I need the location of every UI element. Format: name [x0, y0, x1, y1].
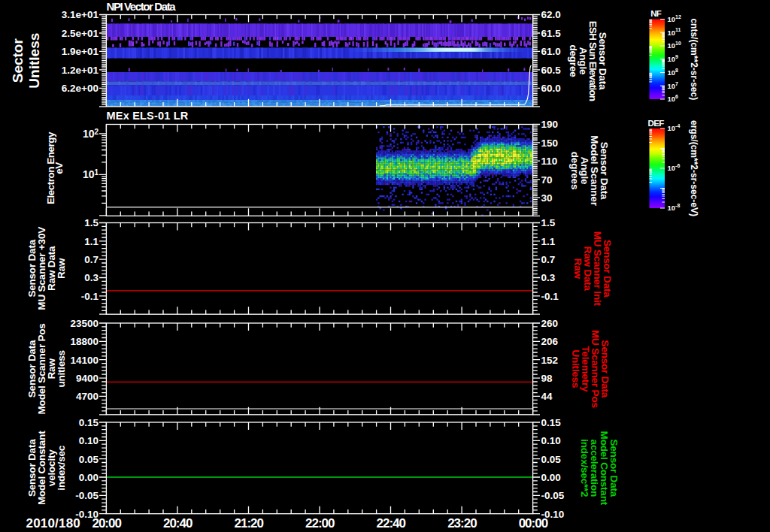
svg-text:22:40: 22:40 — [377, 516, 406, 530]
svg-text:index/sec**2: index/sec**2 — [579, 439, 590, 497]
svg-text:0.00: 0.00 — [541, 472, 561, 483]
svg-text:0.3: 0.3 — [84, 272, 99, 283]
svg-text:0.15: 0.15 — [79, 417, 99, 428]
svg-text:0.7: 0.7 — [84, 254, 99, 265]
svg-text:62.0: 62.0 — [541, 9, 561, 20]
svg-text:1.5: 1.5 — [541, 217, 556, 228]
svg-text:0.3: 0.3 — [541, 272, 556, 283]
svg-text:3.1e+01: 3.1e+01 — [62, 9, 99, 20]
svg-text:Unitless: Unitless — [26, 33, 42, 89]
svg-text:cnts/(cm**2-sr-sec): cnts/(cm**2-sr-sec) — [690, 18, 700, 100]
svg-text:70: 70 — [541, 174, 553, 186]
svg-text:152: 152 — [541, 355, 559, 366]
svg-text:14100: 14100 — [70, 355, 99, 366]
svg-text:110: 110 — [541, 156, 558, 167]
svg-text:18800: 18800 — [70, 336, 99, 347]
svg-text:1.1: 1.1 — [541, 236, 556, 247]
svg-text:0.10: 0.10 — [79, 435, 99, 446]
svg-text:NPI Vector Data: NPI Vector Data — [107, 0, 177, 13]
svg-text:Raw: Raw — [56, 258, 67, 279]
svg-text:190: 190 — [541, 119, 559, 130]
svg-text:MEx ELS-01 LR: MEx ELS-01 LR — [107, 110, 189, 122]
svg-text:DEF: DEF — [648, 119, 665, 128]
svg-text:22:00: 22:00 — [305, 516, 335, 530]
svg-text:206: 206 — [541, 336, 559, 347]
svg-text:21:20: 21:20 — [235, 516, 264, 530]
svg-text:degrees: degrees — [569, 152, 581, 189]
svg-text:-0.05: -0.05 — [75, 490, 99, 501]
svg-text:-0.1: -0.1 — [541, 291, 559, 302]
svg-text:Raw: Raw — [572, 258, 584, 280]
svg-text:1.9e+01: 1.9e+01 — [62, 46, 99, 57]
svg-text:-0.05: -0.05 — [541, 490, 565, 501]
svg-text:44: 44 — [541, 391, 553, 402]
svg-text:1.1: 1.1 — [84, 236, 99, 247]
svg-text:Sector: Sector — [10, 38, 26, 83]
svg-text:60.0: 60.0 — [541, 83, 561, 94]
svg-text:1.2e+01: 1.2e+01 — [62, 65, 99, 76]
svg-text:2010/180: 2010/180 — [26, 516, 81, 530]
svg-text:30: 30 — [541, 192, 553, 204]
svg-text:9400: 9400 — [76, 373, 99, 384]
svg-text:0.05: 0.05 — [541, 454, 562, 465]
svg-text:6.2e+00: 6.2e+00 — [62, 83, 99, 94]
svg-text:20:40: 20:40 — [163, 516, 192, 530]
svg-text:-0.1: -0.1 — [81, 291, 99, 302]
svg-text:4700: 4700 — [76, 391, 99, 402]
svg-text:0.10: 0.10 — [541, 435, 561, 446]
svg-text:Unitless: Unitless — [570, 349, 581, 388]
svg-text:0.15: 0.15 — [541, 417, 562, 428]
svg-text:61.5: 61.5 — [541, 28, 562, 39]
svg-text:260: 260 — [541, 318, 559, 329]
svg-text:degree: degree — [568, 44, 579, 77]
svg-text:00:00: 00:00 — [519, 516, 548, 530]
svg-text:0.05: 0.05 — [79, 454, 99, 465]
svg-text:eV: eV — [53, 162, 65, 174]
svg-text:98: 98 — [541, 373, 553, 384]
svg-text:61.0: 61.0 — [541, 46, 561, 57]
svg-text:1.5: 1.5 — [84, 217, 99, 228]
svg-text:20:00: 20:00 — [92, 516, 121, 530]
svg-text:0.7: 0.7 — [541, 254, 556, 265]
svg-text:ergs/(cm**2-sr-sec-eV): ergs/(cm**2-sr-sec-eV) — [690, 120, 700, 216]
svg-text:60.5: 60.5 — [541, 65, 562, 76]
svg-text:23:20: 23:20 — [447, 516, 477, 530]
svg-text:150: 150 — [541, 138, 559, 149]
svg-text:unitless: unitless — [56, 350, 67, 387]
svg-text:0.00: 0.00 — [79, 472, 99, 483]
svg-text:2.5e+01: 2.5e+01 — [62, 28, 99, 39]
svg-text:index/sec: index/sec — [56, 445, 67, 490]
svg-text:NF: NF — [650, 9, 662, 18]
svg-text:23500: 23500 — [70, 318, 99, 329]
